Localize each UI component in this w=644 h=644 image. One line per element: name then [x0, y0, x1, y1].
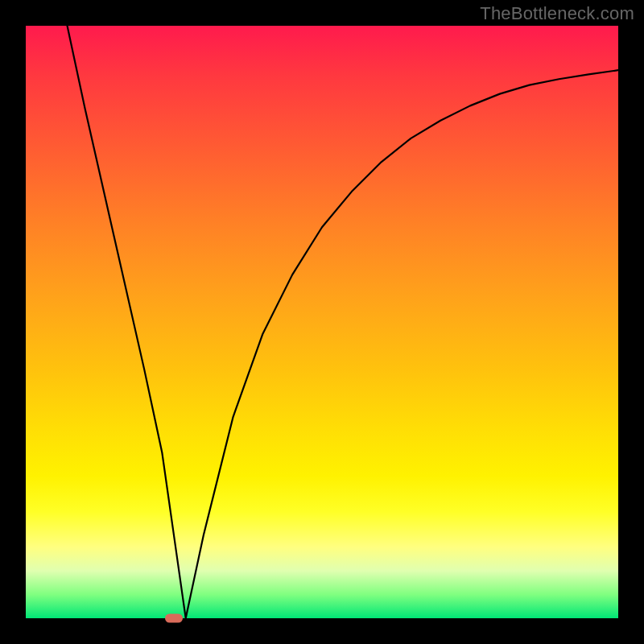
curve-svg — [26, 26, 618, 618]
plot-area — [26, 26, 618, 618]
min-marker — [165, 614, 183, 623]
chart-frame: TheBottleneck.com — [0, 0, 644, 644]
watermark-text: TheBottleneck.com — [480, 3, 634, 24]
curve-path — [68, 26, 618, 618]
